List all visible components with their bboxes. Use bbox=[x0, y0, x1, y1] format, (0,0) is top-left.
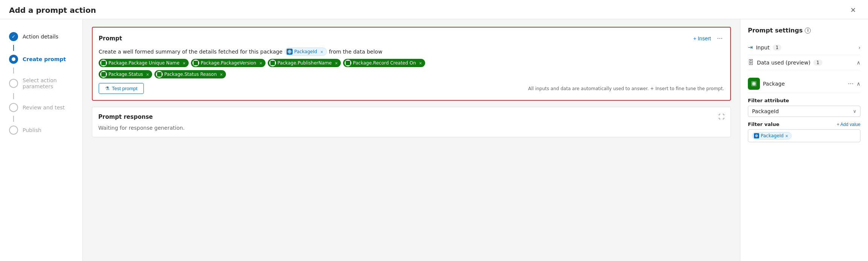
tag-close-4[interactable]: × bbox=[146, 72, 149, 77]
close-button[interactable]: ✕ bbox=[847, 5, 859, 16]
data-used-actions: ∧ bbox=[857, 60, 860, 66]
test-prompt-button[interactable]: ⚗ Test prompt bbox=[99, 83, 144, 94]
sidebar-item-select-params[interactable]: Select action parameters bbox=[6, 74, 76, 93]
filter-attribute-section: Filter attribute PackageId ∨ bbox=[748, 98, 860, 117]
step-connector-2 bbox=[13, 68, 14, 74]
tag-label-1: Package.PackageVersion bbox=[201, 60, 256, 66]
data-used-chevron-icon[interactable]: ∧ bbox=[857, 60, 860, 66]
panel-title: Prompt settings i bbox=[748, 27, 811, 34]
prompt-line-1: Create a well formed summary of the deta… bbox=[99, 48, 724, 56]
tag-1[interactable]: Package.PackageVersion × bbox=[191, 59, 265, 67]
input-arrow-icon: ⇥ bbox=[748, 44, 753, 51]
step-circle-3 bbox=[9, 79, 18, 88]
package-collapse-button[interactable]: ∧ bbox=[857, 81, 860, 87]
test-prompt-icon: ⚗ bbox=[105, 86, 110, 91]
tag-5[interactable]: Package.Status Reason × bbox=[154, 70, 226, 78]
filter-value-header: Filter value + Add value bbox=[748, 121, 860, 127]
sidebar-item-create-prompt[interactable]: Create prompt bbox=[6, 51, 76, 68]
add-value-button[interactable]: + Add value bbox=[837, 122, 860, 127]
prompt-line-tags-2: Package.Status × Package.Status Reason × bbox=[99, 70, 724, 78]
tag-icon-1 bbox=[192, 60, 199, 66]
response-waiting-text: Waiting for response generation. bbox=[98, 125, 725, 131]
data-used-cylinder-icon: 🗄 bbox=[748, 59, 754, 66]
tag-icon-5 bbox=[156, 71, 163, 78]
prompt-text-after: from the data below bbox=[329, 49, 383, 55]
tag-icon-4 bbox=[100, 71, 107, 78]
prompt-card-title: Prompt bbox=[99, 35, 122, 42]
dialog-header: Add a prompt action ✕ bbox=[0, 0, 868, 19]
filter-attribute-value: PackageId bbox=[752, 108, 779, 114]
input-label: Input bbox=[756, 45, 769, 51]
tag-icon-3 bbox=[345, 60, 351, 66]
sidebar-item-label: Action details bbox=[23, 34, 58, 40]
content-area: Prompt + Insert ··· Create a well formed… bbox=[83, 19, 740, 261]
tag-close-0[interactable]: × bbox=[183, 61, 186, 65]
sidebar-item-label: Select action parameters bbox=[23, 77, 73, 89]
response-title: Prompt response bbox=[98, 114, 153, 120]
package-more-button[interactable]: ··· bbox=[848, 80, 853, 88]
package-item-left: Package bbox=[748, 78, 785, 90]
step-circle-2 bbox=[9, 55, 18, 64]
sidebar-item-action-details[interactable]: ✓ Action details bbox=[6, 28, 76, 45]
tag-2[interactable]: Package.PublisherName × bbox=[268, 59, 341, 67]
panel-title-text: Prompt settings bbox=[748, 27, 802, 34]
tag-0[interactable]: Package.Package Unique Name × bbox=[99, 59, 189, 67]
data-used-section: 🗄 Data used (preview) 1 ∧ bbox=[748, 55, 860, 142]
tag-3[interactable]: Package.Record Created On × bbox=[343, 59, 425, 67]
svg-point-5 bbox=[753, 83, 755, 84]
step-circle-1: ✓ bbox=[9, 32, 18, 41]
tag-label-5: Package.Status Reason bbox=[164, 72, 217, 77]
prompt-card: Prompt + Insert ··· Create a well formed… bbox=[92, 27, 731, 101]
prompt-footer: ⚗ Test prompt All inputs and data are au… bbox=[99, 83, 724, 94]
response-card: Prompt response ⛶ Waiting for response g… bbox=[92, 107, 731, 137]
step-circle-5 bbox=[9, 126, 18, 135]
package-item: Package ··· ∧ bbox=[748, 75, 860, 93]
filter-attribute-select[interactable]: PackageId ∨ bbox=[748, 106, 860, 117]
prompt-line-tags-1: Package.Package Unique Name × Package.Pa… bbox=[99, 59, 724, 67]
step-circle-4 bbox=[9, 103, 18, 112]
prompt-card-header: Prompt + Insert ··· bbox=[99, 34, 724, 43]
package-actions: ··· ∧ bbox=[848, 80, 860, 88]
prompt-card-actions: + Insert ··· bbox=[693, 34, 724, 43]
insert-button[interactable]: + Insert bbox=[693, 35, 711, 41]
package-id-token-close[interactable]: × bbox=[320, 50, 323, 54]
package-name: Package bbox=[763, 81, 785, 87]
sidebar-item-label: Review and test bbox=[23, 104, 65, 111]
prompt-hint: All inputs and data are automatically us… bbox=[528, 86, 724, 91]
sidebar-item-review[interactable]: Review and test bbox=[6, 99, 76, 116]
filter-value-token[interactable]: PackageId × bbox=[752, 132, 792, 140]
data-used-header: 🗄 Data used (preview) 1 ∧ bbox=[748, 55, 860, 70]
input-row: ⇥ Input 1 › bbox=[748, 40, 860, 55]
data-used-label-text: Data used (preview) bbox=[757, 60, 810, 66]
package-id-token[interactable]: PackageId × bbox=[285, 48, 326, 56]
tag-label-4: Package.Status bbox=[108, 72, 143, 77]
panel-title-row: Prompt settings i bbox=[748, 27, 860, 34]
step-connector-3 bbox=[13, 93, 14, 99]
prompt-text-area: Create a well formed summary of the deta… bbox=[99, 48, 724, 78]
tag-close-2[interactable]: × bbox=[335, 61, 338, 65]
data-used-badge: 1 bbox=[813, 60, 822, 66]
more-options-button[interactable]: ··· bbox=[715, 34, 724, 43]
filter-value-token-close[interactable]: × bbox=[785, 134, 788, 138]
tag-close-1[interactable]: × bbox=[259, 61, 262, 65]
tag-close-5[interactable]: × bbox=[220, 72, 223, 77]
dialog-title: Add a prompt action bbox=[9, 6, 96, 15]
expand-icon[interactable]: ⛶ bbox=[719, 113, 725, 120]
tag-icon-0 bbox=[100, 60, 107, 66]
filter-value-label: Filter value bbox=[748, 121, 780, 127]
filter-value-token-icon bbox=[754, 133, 759, 138]
info-icon[interactable]: i bbox=[805, 28, 811, 34]
sidebar-item-label: Publish bbox=[23, 127, 41, 133]
package-id-token-label: PackageId bbox=[294, 49, 317, 54]
main-layout: ✓ Action details Create prompt Select ac… bbox=[0, 19, 868, 261]
sidebar-item-publish[interactable]: Publish bbox=[6, 122, 76, 138]
steps-sidebar: ✓ Action details Create prompt Select ac… bbox=[0, 19, 83, 261]
filter-attribute-chevron: ∨ bbox=[853, 109, 856, 114]
input-chevron-icon[interactable]: › bbox=[858, 45, 860, 51]
response-header: Prompt response ⛶ bbox=[98, 113, 725, 120]
input-row-label: ⇥ Input 1 bbox=[748, 44, 781, 51]
tag-4[interactable]: Package.Status × bbox=[99, 70, 152, 78]
tag-close-3[interactable]: × bbox=[419, 61, 422, 65]
filter-value-token-label: PackageId bbox=[761, 133, 784, 138]
filter-value-box: PackageId × bbox=[748, 129, 860, 142]
